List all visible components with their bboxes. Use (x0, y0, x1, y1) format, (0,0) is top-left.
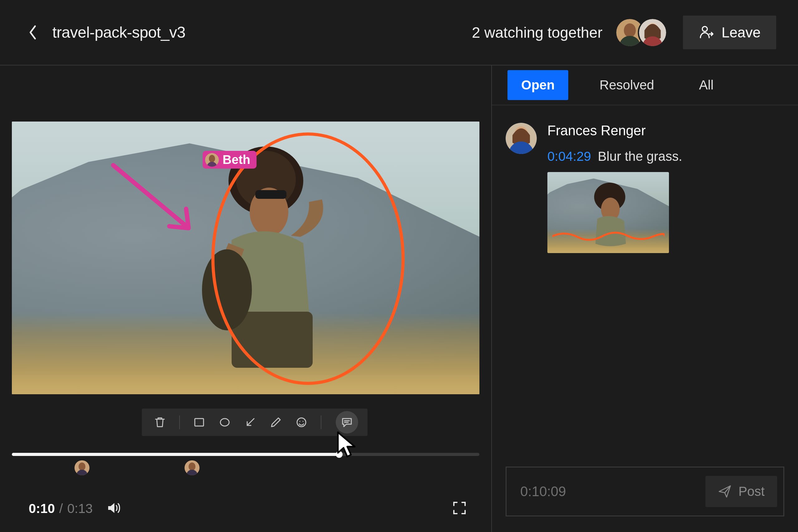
video-subject (185, 144, 353, 394)
pen-icon[interactable] (268, 415, 283, 430)
svg-rect-11 (232, 312, 313, 368)
svg-point-29 (189, 462, 195, 471)
trash-icon[interactable] (152, 415, 167, 430)
leave-button[interactable]: Leave (683, 16, 776, 49)
video-stage: Beth (0, 65, 491, 394)
comment-list: Frances Renger 0:04:29 Blur the grass. (492, 105, 798, 467)
svg-point-12 (202, 249, 252, 330)
fullscreen-icon[interactable] (453, 501, 466, 516)
page-title: travel-pack-spot_v3 (52, 23, 186, 41)
comment-thumbnail[interactable] (547, 172, 669, 253)
svg-point-6 (702, 26, 707, 32)
timeline[interactable] (12, 453, 479, 456)
timeline-marker[interactable] (185, 460, 200, 475)
body: Beth (0, 65, 798, 532)
emoji-icon[interactable] (294, 415, 309, 430)
annotation-toolbar (142, 408, 367, 436)
time-total: 0:13 (67, 501, 93, 516)
svg-point-1 (624, 23, 635, 37)
comment-icon[interactable] (336, 411, 358, 434)
svg-point-21 (299, 421, 300, 422)
time-separator: / (59, 501, 63, 516)
avatar (205, 153, 219, 167)
comment-composer: 0:10:09 Post (492, 467, 798, 532)
rectangle-icon[interactable] (192, 415, 207, 430)
video-frame[interactable]: Beth (12, 121, 479, 394)
comment-item[interactable]: Frances Renger 0:04:29 Blur the grass. (506, 123, 779, 253)
app-root: travel-pack-spot_v3 2 watching together … (0, 0, 798, 532)
back-icon[interactable] (28, 25, 37, 40)
video-panel: Beth (0, 65, 492, 532)
timeline-fill (12, 453, 339, 456)
comment-text: 0:04:29 Blur the grass. (547, 149, 779, 164)
comment-tabs: Open Resolved All (492, 65, 798, 105)
comment-timestamp[interactable]: 0:04:29 (547, 149, 591, 164)
collaborator-name: Beth (223, 153, 250, 167)
svg-point-22 (302, 421, 303, 422)
collaborator-cursor-tag: Beth (203, 151, 256, 169)
watcher-avatars (615, 18, 667, 48)
avatar[interactable] (638, 18, 667, 48)
svg-rect-10 (255, 190, 286, 199)
composer-placeholder: 0:10:09 (520, 484, 566, 499)
send-icon (718, 484, 732, 498)
tab-resolved[interactable]: Resolved (586, 70, 668, 100)
timeline-handle[interactable] (336, 451, 343, 458)
arrow-icon[interactable] (243, 415, 258, 430)
composer-input[interactable]: 0:10:09 Post (506, 467, 784, 516)
post-button[interactable]: Post (705, 476, 777, 507)
svg-line-19 (247, 419, 254, 425)
playback-controls: 0:10 / 0:13 (0, 485, 491, 532)
watching-label: 2 watching together (472, 24, 603, 41)
volume-icon[interactable] (106, 500, 121, 517)
comment-body: Frances Renger 0:04:29 Blur the grass. (547, 123, 779, 253)
divider (179, 415, 180, 429)
header: travel-pack-spot_v3 2 watching together … (0, 0, 798, 65)
tab-all[interactable]: All (685, 70, 727, 100)
ellipse-icon[interactable] (217, 415, 232, 430)
toolbar-wrapper (0, 394, 491, 481)
tab-open[interactable]: Open (508, 70, 568, 100)
post-label: Post (739, 484, 765, 499)
svg-rect-17 (195, 419, 204, 426)
comments-panel: Open Resolved All Frances Renger 0:04:29… (492, 65, 798, 532)
svg-point-26 (79, 462, 86, 471)
avatar (506, 123, 537, 154)
comment-message: Blur the grass. (598, 149, 682, 164)
timeline-marker[interactable] (75, 460, 90, 475)
leave-label: Leave (722, 24, 761, 41)
svg-point-18 (221, 419, 229, 426)
time-current: 0:10 (29, 501, 55, 516)
divider (321, 415, 321, 429)
leave-icon (699, 25, 714, 40)
comment-author: Frances Renger (547, 123, 779, 138)
svg-point-15 (209, 155, 215, 163)
